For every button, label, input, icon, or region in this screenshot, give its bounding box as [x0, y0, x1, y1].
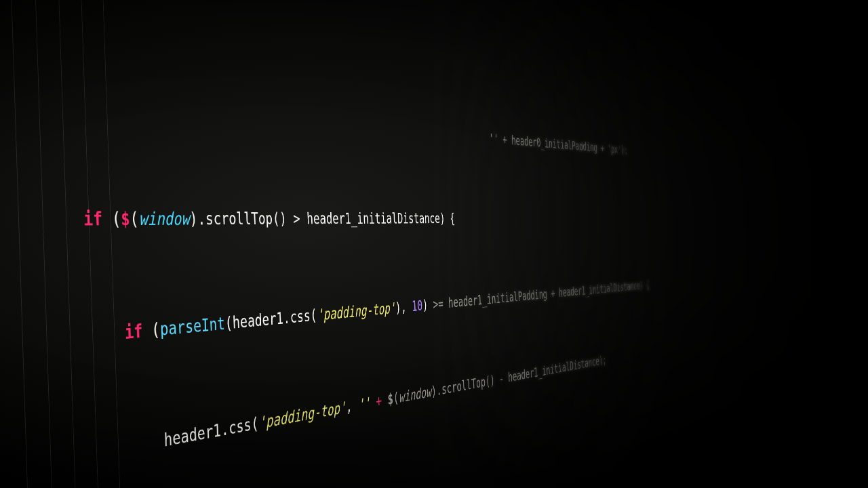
code-editor-viewport: '' + header0_initialPadding + 'px'); if …: [0, 0, 655, 488]
photo-of-screen: '' + header0_initialPadding + 'px'); if …: [0, 0, 868, 488]
indent-guides: [0, 0, 206, 488]
code-line: header1.css('padding-top', '' + $(window…: [9, 349, 616, 484]
code-line: if (parseInt(header1.css('padding-top'),…: [5, 279, 613, 359]
code-line: '' + header0_initialPadding + 'px');: [0, 80, 607, 157]
code-line: if ($(window).scrollTop() > header1_init…: [1, 203, 610, 235]
